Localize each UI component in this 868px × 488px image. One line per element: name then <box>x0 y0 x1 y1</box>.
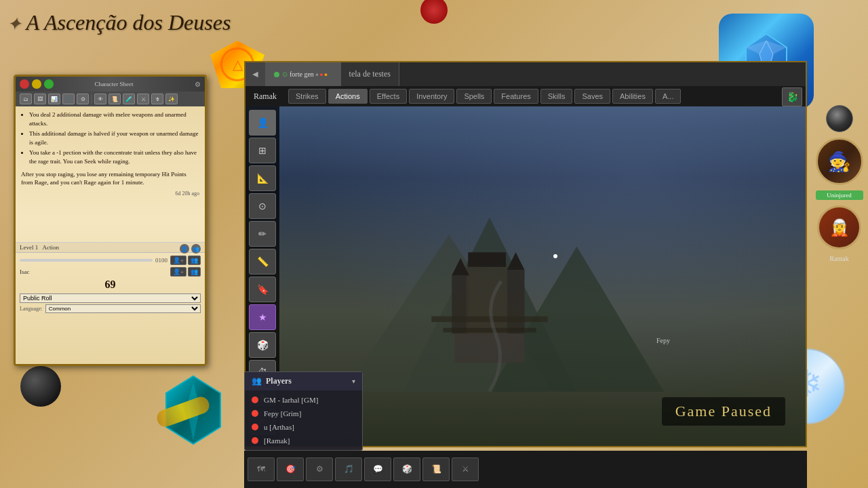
bullet-3: You take a -1 pection with the concentra… <box>29 148 199 165</box>
player-name-ramak: [Ramak] <box>264 436 290 445</box>
toolbar-target-btn[interactable]: ⊙ <box>249 193 276 219</box>
player-name-arthas: u [Arthas] <box>264 423 294 431</box>
toolbar-icon-11[interactable]: ✨ <box>165 94 178 104</box>
nav-collapse-btn[interactable]: ◄ <box>245 62 266 86</box>
language-row: Language: Common <box>20 304 201 313</box>
toolbar-icon-6[interactable]: 👁 <box>94 94 106 104</box>
toolbar-icon-8[interactable]: 🧪 <box>123 94 135 104</box>
name-group-btn[interactable]: 👥 <box>188 267 201 277</box>
castle-illustration <box>286 188 693 392</box>
char-name-label: Ramak <box>829 255 848 262</box>
svg-rect-8 <box>467 264 507 333</box>
player-item-fepy[interactable]: Fepy [Grim] <box>245 407 362 420</box>
toolbar-star-btn[interactable]: ★ <box>249 304 276 330</box>
level-icon-2: 👥 <box>191 244 201 253</box>
toolbar-ruler-btn[interactable]: 📐 <box>249 165 276 191</box>
players-dropdown-icon: ▾ <box>352 378 355 385</box>
bullet-2: This additional damage is halved if your… <box>29 129 199 146</box>
toolbar-pencil-btn[interactable]: ✏ <box>249 221 276 247</box>
char-name-display: Ramak <box>245 92 285 102</box>
player-item-ramak[interactable]: [Ramak] <box>245 434 362 447</box>
toolbar-icon-2[interactable]: 🖼 <box>34 94 46 104</box>
roll-value: 69 <box>20 279 201 291</box>
tab-more[interactable]: A... <box>655 89 682 104</box>
player-dot-arthas <box>252 424 258 430</box>
toolbar-dice-btn[interactable]: 🎲 <box>249 332 276 358</box>
player-name-fepy: Fepy [Grim] <box>264 409 301 418</box>
nav-tab-forte-gen[interactable]: ⊙ forte gen ● ● ● ● <box>266 62 341 86</box>
players-panel: 👥 Players ▾ GM - Iarhal [GM] Fepy [Grim]… <box>244 371 363 451</box>
bottom-btn-2[interactable]: 🎯 <box>277 458 304 481</box>
settings-icon[interactable]: ⚙ <box>195 81 201 88</box>
tab-features[interactable]: Features <box>494 89 538 104</box>
game-paused-overlay: Game Paused <box>662 397 785 426</box>
player-dot-gm <box>252 396 258 403</box>
tab-inventory[interactable]: Inventory <box>409 89 454 104</box>
panel-header: Character Sheet ⚙ <box>16 77 205 92</box>
char-portrait-main[interactable]: 🧙 <box>816 138 863 185</box>
players-list: GM - Iarhal [GM] Fepy [Grim] u [Arthas] … <box>245 390 362 450</box>
panel-content: You deal 2 additional damage with melee … <box>16 106 205 242</box>
toolbar-icon-4[interactable]: 🎵 <box>62 94 75 104</box>
content-paragraph: After you stop raging, you lose any rema… <box>21 170 199 187</box>
roll-bar <box>20 259 153 262</box>
toolbar-icon-5[interactable]: ⚙ <box>77 94 89 104</box>
bottom-btn-7[interactable]: 📜 <box>422 458 450 481</box>
tab-saves[interactable]: Saves <box>574 89 610 104</box>
language-select[interactable]: Common <box>45 304 201 313</box>
players-header[interactable]: 👥 Players ▾ <box>245 372 362 390</box>
app-title: ✦ A Ascenção dos Deuses <box>7 10 231 35</box>
player-dot-ramak <box>252 437 258 444</box>
bottom-btn-4[interactable]: 🎵 <box>335 458 362 481</box>
panel-toolbar: 🗂 🖼 📊 🎵 ⚙ 👁 📜 🧪 ⚔ 🗡 ✨ <box>16 92 205 106</box>
toolbar-icon-1[interactable]: 🗂 <box>20 94 32 104</box>
roll-section: 0100 👤+ 👥 Isac 👤+ 👥 69 Public Roll Priva… <box>16 252 205 316</box>
tab-skills[interactable]: Skills <box>540 89 573 104</box>
panel-title: Character Sheet <box>36 81 192 87</box>
player-item-gm[interactable]: GM - Iarhal [GM] <box>245 393 362 407</box>
nav-tab-tela-testes[interactable]: tela de testes <box>341 62 399 86</box>
toolbar-icon-3[interactable]: 📊 <box>48 94 60 104</box>
bottom-btn-1[interactable]: 🗺 <box>248 458 275 481</box>
toolbar-person-btn[interactable]: 👤 <box>249 110 276 136</box>
toolbar-icon-10[interactable]: 🗡 <box>151 94 163 104</box>
svg-rect-13 <box>443 328 536 333</box>
roll-group-btn[interactable]: 👥 <box>188 256 201 265</box>
tab-actions[interactable]: Actions <box>328 89 368 104</box>
toolbar-icon-9[interactable]: ⚔ <box>137 94 149 104</box>
toolbar-measure-btn[interactable]: 📏 <box>249 249 276 274</box>
tab-spells[interactable]: Spells <box>456 89 492 104</box>
player-item-arthas[interactable]: u [Arthas] <box>245 420 362 434</box>
toolbar-bookmark-btn[interactable]: 🔖 <box>249 277 276 302</box>
bottom-btn-5[interactable]: 💬 <box>364 458 391 481</box>
svg-rect-11 <box>468 252 506 266</box>
tab-effects[interactable]: Effects <box>370 89 407 104</box>
content-bullets: You deal 2 additional damage with melee … <box>21 110 199 166</box>
bottom-btn-8[interactable]: ⚔ <box>452 458 479 481</box>
map-fepy-label: Fepy <box>656 337 670 344</box>
char-tabs-bar: Ramak Strikes Actions Effects Inventory … <box>245 86 806 106</box>
player-dot-fepy <box>252 410 258 417</box>
character-sheet-panel: Character Sheet ⚙ 🗂 🖼 📊 🎵 ⚙ 👁 📜 🧪 ⚔ 🗡 ✨ … <box>14 75 207 366</box>
tab-strikes[interactable]: Strikes <box>288 89 326 104</box>
level-info: Level 1 Action 👤 👥 <box>16 242 205 252</box>
char-portrait-tab[interactable]: 🐉 <box>782 87 802 106</box>
bottom-btn-6[interactable]: 🎲 <box>393 458 420 481</box>
time-ago: 6d 20h ago <box>21 190 199 197</box>
close-btn[interactable] <box>20 79 29 89</box>
bottom-bar: 🗺 🎯 ⚙ 🎵 💬 🎲 📜 ⚔ <box>244 451 807 488</box>
moon-orb <box>826 105 853 132</box>
level-icon-1: 👤 <box>180 244 189 253</box>
roll-add-btn[interactable]: 👤+ <box>170 256 186 265</box>
char-portrait-ramak[interactable]: 🧝 <box>817 205 861 249</box>
toolbar-grid-btn[interactable]: ⊞ <box>249 138 276 163</box>
name-add-btn[interactable]: 👤+ <box>170 267 186 277</box>
toolbar-icon-7[interactable]: 📜 <box>108 94 121 104</box>
nav-bar: ◄ ⊙ forte gen ● ● ● ● tela de testes <box>245 62 806 86</box>
right-sidebar: 🧙 Uninjured 🧝 Ramak <box>814 105 865 262</box>
tab-dot-green <box>274 72 279 77</box>
bottom-btn-3[interactable]: ⚙ <box>306 458 333 481</box>
roll-type-select[interactable]: Public Roll Private Roll GM Roll <box>20 293 201 303</box>
players-icon: 👥 <box>252 376 262 386</box>
tab-abilities[interactable]: Abilities <box>612 89 653 104</box>
